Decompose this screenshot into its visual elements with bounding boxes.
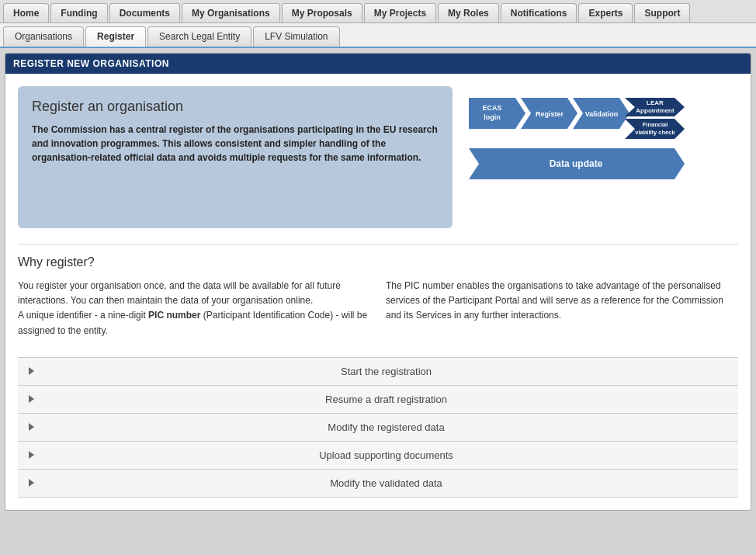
arrow-icon-modify-validated: [29, 479, 34, 487]
arrow-icon-start: [29, 367, 34, 375]
tab-my-proposals[interactable]: My Proposals: [282, 3, 362, 23]
action-upload-documents[interactable]: Upload supporting documents: [18, 442, 738, 470]
svg-text:Validation: Validation: [585, 110, 619, 118]
tab-my-projects[interactable]: My Projects: [364, 3, 436, 23]
svg-text:ECAS: ECAS: [482, 104, 501, 112]
action-upload-label: Upload supporting documents: [45, 449, 727, 461]
svg-text:login: login: [484, 113, 501, 121]
subtab-organisations[interactable]: Organisations: [3, 26, 84, 47]
why-register-section: Why register? You register your organisa…: [18, 244, 738, 346]
register-description: The Commission has a central register of…: [32, 123, 439, 165]
register-panel: REGISTER NEW ORGANISATION Register an or…: [5, 53, 751, 511]
subtab-lfv-simulation[interactable]: LFV Simulation: [253, 26, 339, 47]
why-col-right: The PIC number enables the organisations…: [386, 279, 738, 338]
action-modify-validated[interactable]: Modify the validated data: [18, 470, 738, 498]
action-modify-registered[interactable]: Modify the registered data: [18, 414, 738, 442]
tab-my-roles[interactable]: My Roles: [438, 3, 499, 23]
flow-diagram: ECAS login Register Validation LEAR Appo…: [465, 86, 698, 228]
panel-body: Register an organisation The Commission …: [5, 74, 751, 510]
why-columns: You register your organisation once, and…: [18, 279, 738, 338]
arrow-icon-modify: [29, 423, 34, 431]
panel-header: REGISTER NEW ORGANISATION: [5, 54, 751, 74]
tab-experts[interactable]: Experts: [578, 3, 633, 23]
arrow-icon-upload: [29, 451, 34, 459]
svg-text:Register: Register: [536, 110, 564, 118]
action-modify-label: Modify the registered data: [45, 421, 727, 433]
tab-support[interactable]: Support: [634, 3, 690, 23]
register-info-section: Register an organisation The Commission …: [18, 86, 738, 228]
tab-documents[interactable]: Documents: [109, 3, 180, 23]
sub-navigation: Organisations Register Search Legal Enti…: [0, 23, 756, 48]
action-items-list: Start the registration Resume a draft re…: [18, 357, 738, 498]
why-title: Why register?: [18, 255, 738, 269]
svg-text:viability check: viability check: [635, 129, 675, 136]
svg-text:Appointment: Appointment: [636, 107, 675, 114]
svg-text:Data update: Data update: [550, 158, 603, 169]
top-navigation: Home Funding Documents My Organisations …: [0, 0, 756, 23]
arrow-icon-resume: [29, 395, 34, 403]
info-text-box: Register an organisation The Commission …: [18, 86, 453, 228]
svg-text:Financial: Financial: [643, 121, 668, 128]
tab-my-organisations[interactable]: My Organisations: [182, 3, 280, 23]
action-resume-label: Resume a draft registration: [45, 394, 727, 405]
main-content: REGISTER NEW ORGANISATION Register an or…: [0, 48, 756, 555]
register-title: Register an organisation: [32, 99, 439, 115]
action-start-label: Start the registration: [45, 366, 727, 377]
action-resume-draft[interactable]: Resume a draft registration: [18, 386, 738, 414]
tab-funding[interactable]: Funding: [50, 3, 107, 23]
subtab-search-legal-entity[interactable]: Search Legal Entity: [147, 26, 251, 47]
tab-notifications[interactable]: Notifications: [501, 3, 577, 23]
flow-diagram-svg: ECAS login Register Validation LEAR Appo…: [465, 90, 690, 226]
action-modify-validated-label: Modify the validated data: [45, 477, 727, 489]
pic-number-label: PIC number: [148, 310, 200, 321]
svg-text:LEAR: LEAR: [647, 99, 664, 106]
why-col-left: You register your organisation once, and…: [18, 279, 370, 338]
subtab-register[interactable]: Register: [85, 26, 146, 47]
tab-home[interactable]: Home: [3, 3, 49, 23]
action-start-registration[interactable]: Start the registration: [18, 358, 738, 386]
